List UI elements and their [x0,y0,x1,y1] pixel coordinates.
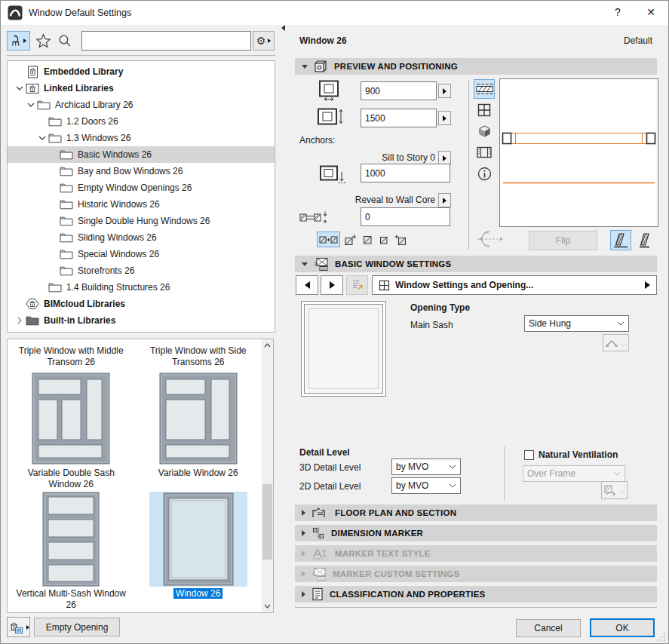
element-type-chair-icon [11,35,22,47]
natural-ventilation-settings-button[interactable]: ... [601,481,628,499]
tree-item-label: Empty Window Openings 26 [78,182,192,193]
chevron-right-icon [302,571,305,577]
height-flyout-button[interactable] [438,111,451,125]
library-part-variable-double-sash-window-26[interactable]: Variable Double Sash Window 26 [8,371,135,492]
scroll-up-button[interactable] [262,339,273,351]
load-other-library-button[interactable] [7,617,30,637]
window-height-icon [317,106,345,127]
model-3d-view-button[interactable] [474,121,495,141]
tree-item-embedded-library[interactable]: Embedded Library [8,63,275,80]
tree-item-storefronts-26[interactable]: Storefronts 26 [8,262,275,279]
tree-item-1-4-building-structures-26[interactable]: 1.4 Building Structures 26 [8,279,275,296]
tree-item-bay-and-bow-windows-26[interactable]: Bay and Bow Windows 26 [8,163,275,179]
library-part-window-26[interactable]: Window 26 [135,492,262,612]
tree-item-sliding-windows-26[interactable]: Sliding Windows 26 [8,229,275,246]
favorites-star-button[interactable] [35,33,51,48]
help-button[interactable]: ? [609,6,626,21]
anchor-plus-top-icon [345,234,357,246]
anchor-plus-bottom-button[interactable] [394,232,407,247]
over-frame-select[interactable]: Over Frame [523,465,625,482]
ok-button[interactable]: OK [590,618,655,637]
main-sash-select[interactable]: Side Hung [524,315,629,332]
chevron-expanded-icon[interactable] [14,86,25,90]
reveal-depth-input[interactable] [361,207,450,226]
next-page-button[interactable] [321,275,343,295]
element-type-filter-button[interactable] [7,31,30,51]
info-view-button[interactable] [474,164,495,183]
preview-canvas[interactable] [499,78,658,227]
tree-item-1-3-windows-26[interactable]: 1.3 Windows 26 [8,130,275,146]
section-dimension-marker[interactable]: DIMENSION MARKER [295,525,657,541]
library-part-vertical-multi-sash-window-26[interactable]: Vertical Multi-Sash Window 26 [8,492,135,612]
default-state-label: Default [624,35,652,46]
settings-page-selector[interactable]: Window Settings and Opening... [372,275,657,295]
section-marker-text-style[interactable]: MARKER TEXT STYLE [295,545,657,562]
anchor-plus-top-button[interactable] [345,232,357,247]
anchor-square-button[interactable] [361,232,373,247]
preview-picture-view-button[interactable] [474,143,495,162]
chevron-collapsed-icon[interactable] [14,317,25,324]
tree-item-special-windows-26[interactable]: Special Windows 26 [8,246,275,262]
library-part-triple-window-with-middle-transom-26[interactable]: Triple Window with Middle Transom 26 [8,344,135,371]
tree-item-built-in-libraries[interactable]: Built-in Libraries [8,312,275,329]
settings-gear-button[interactable]: ⚙ [253,31,275,51]
previous-page-button[interactable] [296,275,318,295]
window-default-settings-dialog: Window Default Settings ? ✕ ⚙ Embedded L… [0,0,669,644]
section-view-button[interactable] [474,100,495,120]
chevron-expanded-icon[interactable] [25,103,36,107]
tree-item-historic-windows-26[interactable]: Historic Windows 26 [8,196,275,213]
mirror-rotate-icon[interactable] [474,229,508,249]
transfer-settings-icon [351,278,364,292]
flip-button[interactable]: Flip [529,231,597,250]
settings-gear-icon: ⚙ [256,35,266,47]
tree-item-linked-libraries[interactable]: Linked Libraries [8,80,275,97]
library-part-triple-window-with-side-transoms-26[interactable]: Triple Window with Side Transoms 26 [135,344,262,371]
library-part-browser: Triple Window with Middle Transom 26Trip… [7,339,274,613]
detail-level-label: Detail Level [299,447,350,458]
width-flyout-button[interactable] [438,84,451,98]
transfer-settings-button[interactable] [346,275,368,295]
anchor-pair-button[interactable] [317,232,340,247]
library-part-variable-window-26[interactable]: Variable Window 26 [135,371,262,492]
opening-angle-button[interactable]: ... [603,334,629,351]
window-width-input[interactable] [361,81,437,100]
panel-collapse-arrow[interactable] [281,25,285,31]
resize-grip-icon[interactable] [656,632,666,642]
tree-item-empty-window-openings-26[interactable]: Empty Window Openings 26 [8,179,275,196]
cancel-button[interactable]: Cancel [516,619,581,637]
marker-text-style-icon [311,547,329,560]
sill-height-input[interactable] [361,164,450,182]
tree-item-bimcloud-libraries[interactable]: BIMcloud Libraries [8,296,275,312]
left-arrow-icon [305,281,310,289]
section-preview-and-positioning[interactable]: PREVIEW AND POSITIONING [295,58,657,75]
section-marker-custom-settings[interactable]: MARKER CUSTOM SETTINGS [295,566,657,582]
scroll-down-button[interactable] [262,600,273,612]
tree-item-archicad-library-26[interactable]: Archicad Library 26 [8,97,275,113]
folder-icon [59,199,74,210]
tree-item-label: Built-in Libraries [44,315,115,326]
section-classification-and-properties[interactable]: CLASSIFICATION AND PROPERTIES [295,586,657,603]
tree-item-basic-windows-26[interactable]: Basic Windows 26 [8,146,275,163]
wall-side-inside-button[interactable] [635,230,656,250]
thumbnail-image-variable-window-26 [149,371,247,466]
anchor-square-small-button[interactable] [378,232,390,247]
tree-item-1-2-doors-26[interactable]: 1.2 Doors 26 [8,113,275,130]
chevron-expanded-icon[interactable] [36,136,48,140]
section-basic-window-settings[interactable]: BASIC WINDOW SETTINGS [295,256,657,272]
natural-ventilation-checkbox[interactable] [524,450,534,460]
scrollbar-thumb[interactable] [262,484,272,560]
detail-3d-select[interactable]: by MVO [391,458,461,475]
wall-side-outside-button[interactable] [610,230,631,250]
library-search-input[interactable] [81,31,251,51]
tree-item-single-double-hung-windows-26[interactable]: Single Double Hung Windows 26 [8,213,275,229]
section-floor-plan-and-section[interactable]: FLOOR PLAN AND SECTION [295,504,657,521]
search-icon[interactable] [58,34,72,48]
anchor-square-icon [363,235,373,245]
thumbnail-scrollbar[interactable] [262,339,273,612]
detail-2d-select[interactable]: by MVO [391,477,461,494]
window-height-input[interactable] [361,109,437,127]
close-button[interactable]: ✕ [643,6,659,21]
empty-opening-button[interactable]: Empty Opening [34,618,120,636]
floor-plan-view-button[interactable] [474,79,495,99]
reveal-anchor-flyout-button[interactable] [438,193,451,207]
